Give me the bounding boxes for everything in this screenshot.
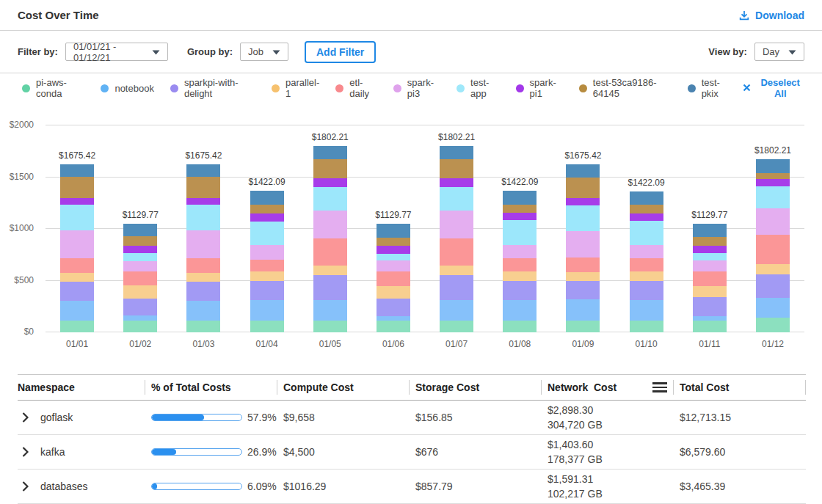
bar-segment-spark-pi1[interactable] (630, 213, 663, 221)
legend-item[interactable]: spark-pi1 (516, 77, 563, 99)
bar-segment-test-pkix[interactable] (250, 191, 284, 204)
legend-item[interactable]: test-53ca9186-64145 (579, 77, 672, 99)
bar-segment-spark-pi3[interactable] (756, 208, 790, 235)
bar-segment-sparkpi-with-delight[interactable] (756, 274, 790, 298)
bar-segment-pi-aws-conda[interactable] (756, 318, 790, 332)
bar-segment-parallel-1[interactable] (123, 285, 157, 299)
legend-item[interactable]: notebook (101, 83, 154, 94)
bar-segment-etl-daily[interactable] (250, 260, 284, 271)
bar-segment-spark-pi1[interactable] (566, 198, 600, 205)
bar-segment-parallel-1[interactable] (377, 286, 410, 299)
bar-segment-test-53ca9186-64145[interactable] (566, 178, 600, 198)
chevron-right-icon[interactable] (22, 481, 29, 492)
bar-segment-notebook[interactable] (503, 300, 537, 321)
bar-segment-test-pkix[interactable] (440, 146, 473, 159)
stacked-bar[interactable] (123, 224, 157, 332)
stacked-bar[interactable] (186, 164, 220, 332)
bar-segment-spark-pi1[interactable] (123, 246, 157, 253)
bar-segment-notebook[interactable] (186, 301, 220, 321)
bar-segment-spark-pi3[interactable] (440, 211, 473, 238)
bar-segment-test-pkix[interactable] (693, 224, 727, 237)
bar-segment-test-app[interactable] (313, 187, 347, 211)
bar-segment-sparkpi-with-delight[interactable] (60, 282, 94, 301)
bar-segment-notebook[interactable] (440, 300, 473, 321)
bar-segment-pi-aws-conda[interactable] (250, 321, 284, 332)
table-row[interactable]: goflask57.9%$9,658$156.85$2,898.30304,72… (18, 401, 806, 435)
bar-segment-test-pkix[interactable] (313, 146, 347, 159)
bar-segment-spark-pi1[interactable] (377, 246, 410, 254)
bar-segment-test-app[interactable] (503, 220, 537, 244)
legend-item[interactable]: sparkpi-with-delight (170, 77, 255, 99)
bar-segment-sparkpi-with-delight[interactable] (250, 281, 284, 301)
bar-segment-pi-aws-conda[interactable] (123, 321, 157, 332)
bar-segment-pi-aws-conda[interactable] (377, 321, 410, 332)
bar-segment-test-53ca9186-64145[interactable] (123, 236, 157, 246)
bar-segment-test-53ca9186-64145[interactable] (60, 177, 94, 198)
bar-segment-test-53ca9186-64145[interactable] (250, 205, 284, 214)
stacked-bar[interactable] (250, 191, 284, 332)
date-range-dropdown[interactable]: 01/01/21 - 01/12/21 (65, 43, 168, 61)
bar-segment-notebook[interactable] (566, 299, 600, 321)
bar-segment-parallel-1[interactable] (503, 271, 537, 280)
stacked-bar[interactable] (756, 159, 790, 332)
view-by-dropdown[interactable]: Day (754, 43, 804, 61)
bar-segment-spark-pi3[interactable] (566, 231, 600, 258)
bar-segment-parallel-1[interactable] (250, 271, 284, 280)
bar-segment-test-app[interactable] (566, 205, 600, 231)
bar-segment-test-53ca9186-64145[interactable] (693, 237, 727, 246)
column-menu-icon[interactable] (652, 382, 667, 392)
stacked-bar[interactable] (377, 224, 410, 332)
legend-item[interactable]: spark-pi3 (393, 77, 440, 99)
legend-item[interactable]: etl-daily (335, 77, 377, 99)
bar-segment-sparkpi-with-delight[interactable] (123, 299, 157, 315)
bar-segment-test-53ca9186-64145[interactable] (630, 205, 663, 213)
bar-segment-parallel-1[interactable] (693, 286, 727, 297)
legend-item[interactable]: test-pkix (688, 77, 732, 99)
bar-segment-etl-daily[interactable] (756, 235, 790, 263)
legend-item[interactable]: pi-aws-conda (22, 77, 84, 99)
bar-segment-spark-pi3[interactable] (377, 260, 410, 272)
bar-segment-test-app[interactable] (756, 186, 790, 209)
bar-segment-test-pkix[interactable] (60, 164, 94, 177)
bar-segment-sparkpi-with-delight[interactable] (693, 297, 727, 316)
bar-segment-parallel-1[interactable] (186, 273, 220, 282)
bar-segment-spark-pi3[interactable] (60, 230, 94, 258)
bar-segment-etl-daily[interactable] (123, 271, 157, 285)
bar-segment-test-pkix[interactable] (503, 191, 537, 205)
bar-segment-pi-aws-conda[interactable] (313, 321, 347, 332)
chevron-right-icon[interactable] (22, 412, 29, 423)
deselect-all-button[interactable]: Deselect All (743, 77, 804, 99)
bar-segment-parallel-1[interactable] (440, 266, 473, 275)
bar-segment-test-53ca9186-64145[interactable] (756, 173, 790, 179)
legend-item[interactable]: parallel-1 (272, 77, 319, 99)
bar-segment-test-app[interactable] (630, 221, 663, 244)
bar-segment-test-53ca9186-64145[interactable] (440, 159, 473, 179)
bar-segment-etl-daily[interactable] (313, 238, 347, 266)
bar-segment-pi-aws-conda[interactable] (566, 321, 600, 332)
table-row[interactable]: kafka26.9%$4,500$676$1,403.60178,377 GB$… (18, 435, 806, 470)
stacked-bar[interactable] (503, 191, 537, 332)
bar-segment-spark-pi3[interactable] (503, 245, 537, 258)
bar-segment-test-53ca9186-64145[interactable] (313, 159, 347, 179)
bar-segment-pi-aws-conda[interactable] (186, 321, 220, 332)
bar-segment-sparkpi-with-delight[interactable] (186, 282, 220, 301)
bar-segment-etl-daily[interactable] (566, 258, 600, 272)
bar-segment-pi-aws-conda[interactable] (630, 321, 663, 332)
bar-segment-etl-daily[interactable] (440, 238, 473, 266)
bar-segment-etl-daily[interactable] (186, 258, 220, 273)
chevron-right-icon[interactable] (22, 447, 29, 457)
bar-segment-spark-pi1[interactable] (503, 213, 537, 220)
bar-segment-test-app[interactable] (60, 205, 94, 230)
bar-segment-parallel-1[interactable] (60, 273, 94, 282)
bar-segment-etl-daily[interactable] (630, 258, 663, 271)
table-row[interactable]: databases6.09%$1016.29$857.79$1,591.3110… (18, 470, 806, 504)
bar-segment-spark-pi3[interactable] (630, 245, 663, 258)
group-by-dropdown[interactable]: Job (240, 43, 288, 61)
add-filter-button[interactable]: Add Filter (305, 41, 376, 63)
bar-segment-test-app[interactable] (693, 253, 727, 260)
bar-segment-sparkpi-with-delight[interactable] (377, 299, 410, 316)
bar-segment-spark-pi3[interactable] (250, 245, 284, 260)
bar-segment-pi-aws-conda[interactable] (440, 321, 473, 332)
legend-item[interactable]: test-app (457, 77, 500, 99)
stacked-bar[interactable] (60, 164, 94, 332)
